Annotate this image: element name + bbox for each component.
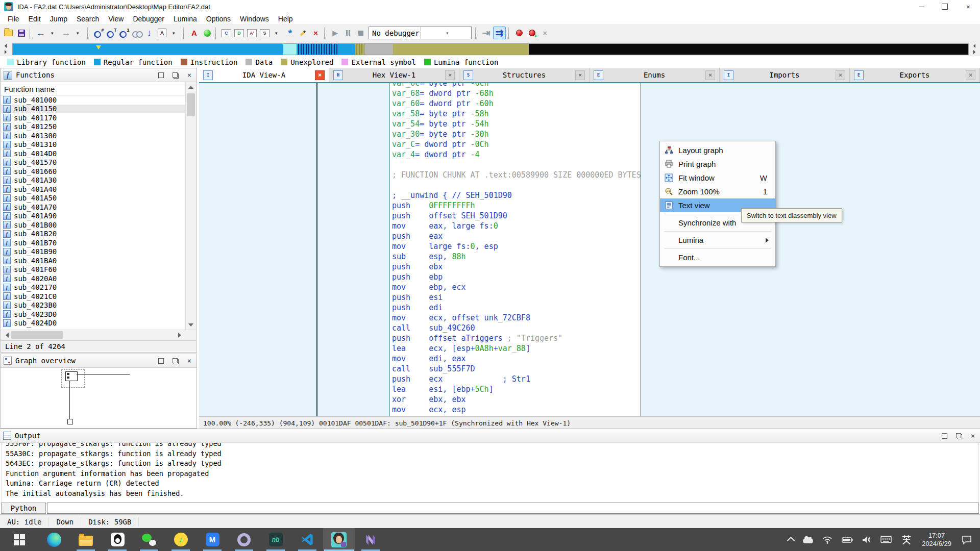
abort-analysis-icon[interactable]: A: [188, 27, 200, 39]
taskbar-app-ida[interactable]: [323, 528, 355, 551]
menu-item-layout-graph[interactable]: Layout graph: [660, 143, 775, 157]
code-line[interactable]: push offset SEH_501D90: [392, 211, 641, 221]
function-list-item[interactable]: fsub_401B90: [1, 247, 185, 257]
analysis-indicator-icon[interactable]: [201, 27, 213, 39]
nav-forward-dropdown-icon[interactable]: ▾: [73, 27, 85, 39]
debug-pause-icon[interactable]: [342, 27, 354, 39]
create-segment-icon[interactable]: *: [284, 27, 296, 39]
tab-close-icon[interactable]: ×: [705, 70, 715, 80]
panel-close-icon[interactable]: ×: [185, 71, 193, 79]
function-list-item[interactable]: fsub_4024D0: [1, 319, 185, 328]
breakpoint-add-icon[interactable]: +: [526, 27, 538, 39]
tab-close-icon[interactable]: ×: [445, 70, 455, 80]
panel-float-icon[interactable]: [171, 71, 179, 79]
wifi-icon[interactable]: [818, 528, 837, 551]
functions-column-header[interactable]: Function name: [1, 82, 185, 96]
nav-back-dropdown-icon[interactable]: ▾: [47, 27, 59, 39]
taskbar-clock[interactable]: 17:07 2024/6/29: [917, 532, 957, 548]
code-line[interactable]: mov ecx, offset unk_72CBF8: [392, 313, 641, 323]
function-list-item[interactable]: fsub_401250: [1, 122, 185, 132]
code-line[interactable]: call sub_49C260: [392, 323, 641, 333]
open-file-icon[interactable]: [3, 27, 14, 39]
panel-float-icon[interactable]: [171, 357, 179, 365]
code-line[interactable]: [392, 160, 641, 170]
code-line[interactable]: ; __unwind { // SEH_501D90: [392, 190, 641, 201]
code-line[interactable]: [392, 180, 641, 190]
code-line[interactable]: lea ecx, [esp+0A8h+var_88]: [392, 343, 641, 354]
band-scroll-right[interactable]: [971, 43, 978, 55]
function-list-item[interactable]: fsub_401660: [1, 167, 185, 176]
taskbar-app-qq[interactable]: [102, 528, 133, 551]
function-list-item[interactable]: fsub_401A90: [1, 212, 185, 221]
code-line[interactable]: mov edi, eax: [392, 354, 641, 364]
functions-hscrollbar[interactable]: [1, 330, 196, 340]
debug-run-icon[interactable]: ▶: [329, 27, 341, 39]
menu-windows[interactable]: Windows: [235, 14, 274, 23]
function-list-item[interactable]: fsub_4020A0: [1, 274, 185, 283]
menu-item-font-[interactable]: Font...: [660, 251, 775, 264]
search-binary-icon[interactable]: 1: [118, 27, 130, 39]
functions-vscrollbar[interactable]: [185, 82, 196, 330]
tab-structures[interactable]: SStructures×: [459, 68, 590, 82]
function-list-item[interactable]: fsub_4014D0: [1, 149, 185, 158]
make-string-icon[interactable]: A′: [246, 27, 258, 39]
panel-maximize-icon[interactable]: [157, 357, 165, 365]
maximize-button[interactable]: [933, 0, 957, 13]
tab-close-icon[interactable]: ×: [966, 70, 975, 80]
function-list-item[interactable]: fsub_4023D0: [1, 310, 185, 319]
function-list-item[interactable]: fsub_401170: [1, 113, 185, 122]
search-number-icon[interactable]: #: [92, 27, 104, 39]
taskbar-app-nb-app[interactable]: nb: [260, 528, 291, 551]
menu-edit[interactable]: Edit: [24, 14, 45, 23]
menu-search[interactable]: Search: [72, 14, 104, 23]
taskbar-app-qq-music[interactable]: ♪: [165, 528, 197, 551]
search-text-icon[interactable]: T: [105, 27, 117, 39]
save-icon[interactable]: [15, 27, 27, 39]
code-line[interactable]: xor ebx, ebx: [392, 394, 641, 405]
graph-canvas[interactable]: var_6C= byte ptr -6Chvar_68= dword ptr -…: [199, 83, 980, 416]
minimize-button[interactable]: [910, 0, 933, 13]
function-list-item[interactable]: fsub_402170: [1, 283, 185, 292]
code-line[interactable]: var_C= dword ptr -0Ch: [392, 139, 641, 149]
panel-maximize-icon[interactable]: [157, 71, 165, 79]
taskbar-app-wechat[interactable]: [133, 528, 165, 551]
code-line[interactable]: sub esp, 88h: [392, 252, 641, 262]
code-line[interactable]: var_68= dword ptr -68h: [392, 88, 641, 98]
tab-imports[interactable]: IImports×: [720, 68, 850, 82]
tab-enums[interactable]: EEnums×: [590, 68, 720, 82]
code-line[interactable]: push ecx ; Str1: [392, 374, 641, 384]
make-data-icon[interactable]: D: [233, 27, 245, 39]
volume-icon[interactable]: [857, 528, 876, 551]
battery-icon[interactable]: [837, 528, 857, 551]
panel-float-icon[interactable]: [954, 432, 963, 440]
jump-address-icon[interactable]: ↓: [143, 27, 155, 39]
code-line[interactable]: push ebx: [392, 262, 641, 272]
code-line[interactable]: push eax: [392, 231, 641, 241]
tab-close-icon[interactable]: ×: [575, 70, 585, 80]
search-again-icon[interactable]: [131, 27, 142, 39]
navigation-band[interactable]: [12, 43, 969, 55]
breakpoints-list-icon[interactable]: [513, 27, 525, 39]
disassembly-node[interactable]: var_6C= byte ptr -6Chvar_68= dword ptr -…: [389, 83, 641, 416]
code-line[interactable]: push ebp: [392, 272, 641, 282]
tab-ida-view-a[interactable]: IIDA View-A×: [199, 68, 329, 82]
band-scroll-left[interactable]: [2, 43, 9, 55]
continue-process-icon[interactable]: ⇉: [493, 27, 506, 39]
debugger-select[interactable]: No debugger▾: [369, 27, 472, 39]
scroll-up-icon[interactable]: [186, 82, 196, 91]
taskbar-app-file-explorer[interactable]: [70, 528, 102, 551]
code-line[interactable]: push esi: [392, 292, 641, 303]
make-struct-icon[interactable]: S: [259, 27, 271, 39]
detach-debugger-icon[interactable]: ⇥: [480, 27, 492, 39]
touch-keyboard-icon[interactable]: [876, 528, 896, 551]
undefine-icon[interactable]: ×: [310, 27, 322, 39]
close-button[interactable]: ×: [957, 0, 980, 13]
struct-dropdown-icon[interactable]: ▾: [272, 27, 283, 39]
code-line[interactable]: push offset aTriggers ; "Triggers": [392, 333, 641, 343]
panel-maximize-icon[interactable]: [940, 432, 948, 440]
taskbar-app-edge[interactable]: [38, 528, 70, 551]
function-list-item[interactable]: fsub_401B00: [1, 220, 185, 230]
vscroll-thumb[interactable]: [187, 93, 195, 116]
breakpoint-delete-icon[interactable]: ×: [539, 27, 551, 39]
code-line[interactable]: call sub_555F7D: [392, 364, 641, 374]
